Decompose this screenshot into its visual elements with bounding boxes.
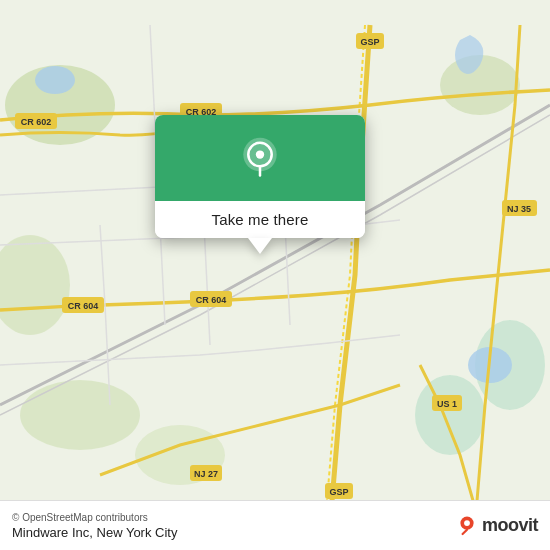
map-container: CR 602 CR 602 GSP GSP CR 604 CR 604 NJ 3… [0,0,550,550]
map-pin-icon [237,137,283,183]
bottom-bar: © OpenStreetMap contributors Mindware In… [0,500,550,550]
moovit-logo: moovit [456,515,538,537]
map-svg: CR 602 CR 602 GSP GSP CR 604 CR 604 NJ 3… [0,0,550,550]
svg-point-7 [415,375,485,455]
moovit-pin-icon [456,515,478,537]
popup-header [155,115,365,201]
location-text: Mindware Inc, New York City [12,525,177,540]
svg-text:GSP: GSP [329,487,348,497]
attribution-text: © OpenStreetMap contributors [12,512,177,523]
svg-point-5 [20,380,140,450]
svg-point-8 [35,66,75,94]
svg-text:US 1: US 1 [437,399,457,409]
svg-text:CR 604: CR 604 [68,301,99,311]
svg-point-30 [256,150,264,158]
moovit-label: moovit [482,515,538,536]
svg-text:CR 604: CR 604 [196,295,227,305]
svg-point-32 [464,520,470,526]
popup-button[interactable]: Take me there [155,201,365,238]
svg-text:NJ 35: NJ 35 [507,204,531,214]
popup-label: Take me there [212,211,309,228]
svg-text:GSP: GSP [360,37,379,47]
svg-text:NJ 27: NJ 27 [194,469,218,479]
popup-arrow [248,238,272,254]
svg-text:CR 602: CR 602 [21,117,52,127]
location-popup: Take me there [155,115,365,238]
